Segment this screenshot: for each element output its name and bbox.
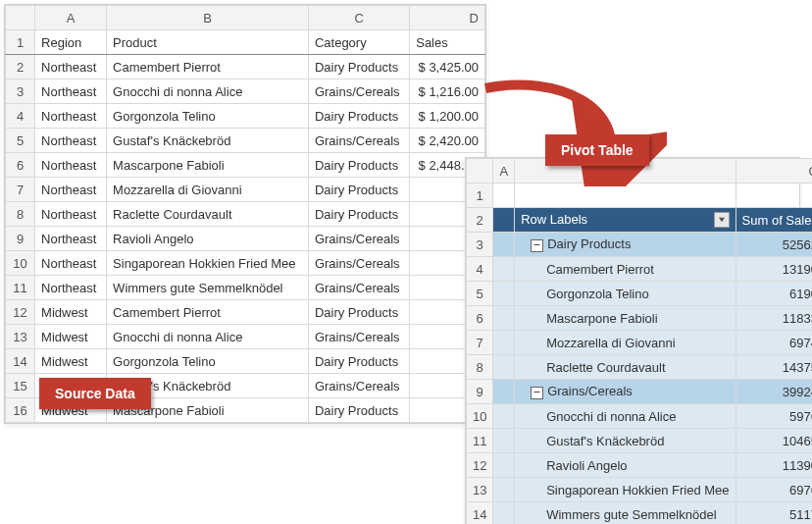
row-header[interactable]: 1: [6, 30, 35, 55]
cell-sales[interactable]: $ 1,200.00: [410, 104, 485, 129]
item-label[interactable]: Singaporean Hokkien Fried Mee: [515, 478, 736, 502]
header-category[interactable]: Category: [308, 30, 409, 55]
cell-a[interactable]: [493, 183, 515, 208]
cell-category[interactable]: Grains/Cereals: [308, 251, 409, 276]
cell-category[interactable]: Grains/Cereals: [308, 129, 409, 153]
cell-a[interactable]: [493, 208, 515, 233]
cell-a[interactable]: [493, 429, 515, 453]
cell-a[interactable]: [493, 257, 515, 282]
filter-dropdown-icon[interactable]: [714, 212, 730, 228]
cell-product[interactable]: Gnocchi di nonna Alice: [107, 325, 309, 349]
row-header[interactable]: 1: [467, 183, 493, 208]
cell-region[interactable]: Northeast: [35, 55, 107, 79]
cell-a[interactable]: [493, 233, 515, 257]
select-all-corner[interactable]: [6, 6, 35, 30]
header-sales[interactable]: Sales: [410, 30, 485, 55]
cell-region[interactable]: Northeast: [35, 227, 107, 251]
cell-category[interactable]: Grains/Cereals: [308, 325, 409, 349]
row-header[interactable]: 8: [6, 202, 35, 227]
cell-product[interactable]: Mascarpone Fabioli: [107, 153, 309, 178]
cell-category[interactable]: Dairy Products: [308, 178, 409, 202]
cell-category[interactable]: Grains/Cereals: [308, 79, 409, 104]
row-header[interactable]: 4: [467, 257, 493, 282]
item-value[interactable]: 10465: [736, 429, 812, 453]
cell-product[interactable]: Gorgonzola Telino: [107, 104, 309, 129]
item-label[interactable]: Mozzarella di Giovanni: [515, 331, 736, 355]
item-value[interactable]: 6976: [736, 478, 812, 502]
item-label[interactable]: Wimmers gute Semmelknödel: [515, 502, 736, 525]
row-header[interactable]: 8: [467, 355, 493, 380]
collapse-icon[interactable]: −: [531, 239, 543, 252]
col-header-a[interactable]: A: [35, 6, 107, 30]
cell-category[interactable]: Dairy Products: [308, 55, 409, 79]
category-value[interactable]: 52562: [736, 233, 812, 257]
row-header[interactable]: 12: [6, 300, 35, 325]
item-value[interactable]: 5976: [736, 404, 812, 429]
category-cell[interactable]: −Grains/Cereals: [515, 380, 736, 404]
header-region[interactable]: Region: [35, 30, 107, 55]
col-header-b[interactable]: B: [107, 6, 309, 30]
row-header[interactable]: 14: [467, 502, 493, 525]
cell-region[interactable]: Midwest: [35, 325, 107, 349]
row-header[interactable]: 6: [467, 306, 493, 331]
cell-category[interactable]: Dairy Products: [308, 398, 409, 423]
cell-product[interactable]: Gustaf's Knäckebröd: [107, 129, 309, 153]
item-label[interactable]: Gnocchi di nonna Alice: [515, 404, 736, 429]
col-header-a[interactable]: A: [493, 159, 515, 183]
cell-product[interactable]: Raclette Courdavault: [107, 202, 309, 227]
cell[interactable]: [515, 183, 736, 208]
cell-a[interactable]: [493, 355, 515, 380]
row-header[interactable]: 10: [6, 251, 35, 276]
row-header[interactable]: 16: [6, 398, 35, 423]
row-header[interactable]: 4: [6, 104, 35, 129]
row-header[interactable]: 2: [467, 208, 493, 233]
item-label[interactable]: Camembert Pierrot: [515, 257, 736, 282]
row-header[interactable]: 5: [6, 129, 35, 153]
row-header[interactable]: 11: [467, 429, 493, 453]
cell-region[interactable]: Northeast: [35, 202, 107, 227]
cell-region[interactable]: Northeast: [35, 251, 107, 276]
item-value[interactable]: 6190: [736, 282, 812, 306]
cell-category[interactable]: Grains/Cereals: [308, 227, 409, 251]
item-value[interactable]: 6974: [736, 331, 812, 355]
category-value[interactable]: 39924: [736, 380, 812, 404]
item-label[interactable]: Raclette Courdavault: [515, 355, 736, 380]
header-product[interactable]: Product: [107, 30, 309, 55]
row-header[interactable]: 10: [467, 404, 493, 429]
cell-product[interactable]: Ravioli Angelo: [107, 227, 309, 251]
cell-category[interactable]: Grains/Cereals: [308, 276, 409, 300]
item-label[interactable]: Gustaf's Knäckebröd: [515, 429, 736, 453]
cell-product[interactable]: Camembert Pierrot: [107, 300, 309, 325]
item-value[interactable]: 5117: [736, 502, 812, 525]
cell-region[interactable]: Northeast: [35, 129, 107, 153]
row-header[interactable]: 15: [6, 374, 35, 398]
cell-sales[interactable]: $ 1,216.00: [410, 79, 485, 104]
cell-product[interactable]: Camembert Pierrot: [107, 55, 309, 79]
item-label[interactable]: Mascarpone Fabioli: [515, 306, 736, 331]
col-header-c[interactable]: C: [308, 6, 409, 30]
row-header[interactable]: 5: [467, 282, 493, 306]
cell-category[interactable]: Grains/Cereals: [308, 374, 409, 398]
cell-category[interactable]: Dairy Products: [308, 202, 409, 227]
row-header[interactable]: 11: [6, 276, 35, 300]
cell-a[interactable]: [493, 453, 515, 478]
cell-a[interactable]: [493, 380, 515, 404]
row-header[interactable]: 14: [6, 349, 35, 374]
cell-product[interactable]: Singaporean Hokkien Fried Mee: [107, 251, 309, 276]
cell-sales[interactable]: $ 3,425.00: [410, 55, 485, 79]
cell-region[interactable]: Northeast: [35, 153, 107, 178]
cell-region[interactable]: Northeast: [35, 104, 107, 129]
cell-product[interactable]: Gnocchi di nonna Alice: [107, 79, 309, 104]
cell-a[interactable]: [493, 282, 515, 306]
cell-category[interactable]: Dairy Products: [308, 153, 409, 178]
row-header[interactable]: 9: [467, 380, 493, 404]
item-value[interactable]: 13190: [736, 257, 812, 282]
cell[interactable]: [736, 183, 812, 208]
row-header[interactable]: 7: [6, 178, 35, 202]
item-value[interactable]: 11390: [736, 453, 812, 478]
cell-category[interactable]: Dairy Products: [308, 349, 409, 374]
row-labels-header[interactable]: Row Labels: [515, 208, 736, 233]
item-value[interactable]: 14375: [736, 355, 812, 380]
collapse-icon[interactable]: −: [531, 387, 543, 399]
cell-product[interactable]: Gorgonzola Telino: [107, 349, 309, 374]
